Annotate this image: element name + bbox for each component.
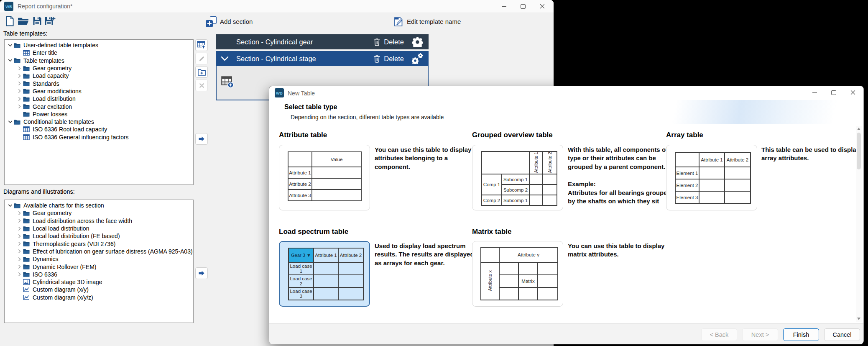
tree-item[interactable]: Load distribution across the face width: [5, 217, 193, 225]
tree-item[interactable]: Load capacity: [5, 72, 193, 79]
tree-item[interactable]: Custom diagram (x/y): [5, 286, 193, 293]
edit-table-template-button[interactable]: [195, 53, 208, 64]
scroll-up-icon[interactable]: [856, 126, 862, 132]
main-titlebar[interactable]: WB Report configuration*: [0, 0, 554, 13]
card-array-table[interactable]: Attribute 1Attribute 2 Element 1 Element…: [666, 145, 757, 210]
tree-item[interactable]: Table templates: [5, 57, 193, 64]
tree-item[interactable]: Dynamics: [5, 255, 193, 263]
chevron-right-icon[interactable]: [17, 66, 23, 71]
chevron-right-icon[interactable]: [17, 226, 23, 231]
minimize-button[interactable]: [805, 86, 824, 99]
cancel-button[interactable]: Cancel: [824, 328, 860, 341]
finish-button[interactable]: Finish: [783, 328, 819, 341]
tree-item[interactable]: Gear geometry: [5, 209, 193, 217]
tree-item[interactable]: Dynamic Rollover (FEM): [5, 263, 193, 270]
new-file-icon: [5, 16, 14, 26]
move-diagram-to-section-button[interactable]: [195, 267, 208, 279]
folder-icon: [23, 264, 30, 270]
tree-item[interactable]: Gear modifications: [5, 87, 193, 95]
chevron-right-icon[interactable]: [17, 81, 23, 86]
diagrams-tree[interactable]: Available charts for this section Gear g…: [4, 200, 194, 323]
scrollbar-thumb[interactable]: [857, 133, 861, 169]
app-icon: WB: [275, 88, 284, 97]
tree-item[interactable]: ISO 6336 Root load capacity: [5, 126, 193, 133]
close-button[interactable]: [843, 86, 863, 99]
gear-dropdown-cell: Gear 3 ▼: [288, 248, 314, 262]
section-cylindrical-gear[interactable]: Section - Cylindrical gear Delete: [216, 34, 429, 49]
chevron-down-icon[interactable]: [8, 120, 14, 124]
tree-item[interactable]: ISO 6336 General influencing factors: [5, 133, 193, 141]
chevron-down-icon[interactable]: [8, 58, 14, 63]
delete-template-button[interactable]: [195, 79, 208, 91]
card-matrix-table[interactable]: Attribute y Attribute x Matrix: [472, 241, 563, 307]
window-title: Report configuration*: [18, 0, 73, 13]
tree-item[interactable]: ISO 6336: [5, 271, 193, 278]
tree-item[interactable]: Conditional table templates: [5, 118, 193, 126]
chevron-right-icon[interactable]: [17, 234, 23, 238]
tree-item[interactable]: Load distribution: [5, 95, 193, 103]
new-template-button[interactable]: [3, 15, 16, 27]
drag-handle-icon[interactable]: [221, 38, 231, 46]
chevron-right-icon[interactable]: [17, 97, 23, 101]
tree-item[interactable]: Available charts for this section: [5, 202, 193, 209]
save-button[interactable]: [31, 15, 43, 27]
scroll-down-icon[interactable]: [856, 316, 862, 322]
chevron-down-icon[interactable]: [8, 43, 14, 48]
tree-item[interactable]: Power losses: [5, 110, 193, 118]
tree-item[interactable]: Enter title: [5, 49, 193, 56]
back-button[interactable]: < Back: [701, 328, 737, 341]
folder-icon: [23, 73, 30, 79]
chevron-right-icon[interactable]: [17, 257, 23, 261]
tree-item[interactable]: Thermoplastic gears (VDI 2736): [5, 240, 193, 247]
tree-item[interactable]: User-defined table templates: [5, 41, 193, 49]
delete-section-button[interactable]: Delete: [373, 38, 404, 46]
section-cylindrical-stage[interactable]: Section - Cylindrical stage Delete: [216, 51, 429, 66]
chevron-right-icon[interactable]: [17, 89, 23, 93]
add-section-button[interactable]: Add section: [206, 16, 253, 27]
tree-item[interactable]: Custom diagram (x/y/z): [5, 294, 193, 301]
maximize-button[interactable]: [824, 86, 843, 99]
chevron-right-icon[interactable]: [17, 241, 23, 246]
chevron-right-icon[interactable]: [17, 218, 23, 223]
card-attribute-table[interactable]: Value Attribute 1 Attribute 2 Attribute …: [279, 145, 370, 210]
edit-template-name-button[interactable]: Edit template name: [393, 16, 461, 27]
add-folder-button[interactable]: [195, 66, 208, 78]
chevron-right-icon[interactable]: [17, 272, 23, 277]
save-as-button[interactable]: [43, 15, 56, 27]
chevron-right-icon[interactable]: [17, 264, 23, 269]
add-table-dropzone[interactable]: [221, 76, 234, 90]
tree-item[interactable]: Cylindrical stage 3D image: [5, 278, 193, 286]
section-settings-button[interactable]: [411, 36, 424, 48]
card-load-spectrum-table-selected[interactable]: Gear 3 ▼ Attribute 1 Attribute 2 Load ca…: [279, 241, 370, 307]
close-button[interactable]: [533, 0, 552, 13]
delete-label: Delete: [384, 55, 404, 63]
chevron-right-icon[interactable]: [17, 74, 23, 78]
table-templates-tree[interactable]: User-defined table templates Enter title…: [4, 39, 194, 185]
chevron-right-icon[interactable]: [17, 104, 23, 109]
folder-icon: [23, 210, 30, 216]
delete-section-button[interactable]: Delete: [373, 54, 404, 63]
table-icon: [23, 134, 30, 140]
dialog-titlebar[interactable]: WB New Table: [269, 86, 863, 100]
open-folder-icon: [18, 17, 29, 26]
next-button[interactable]: Next >: [742, 328, 778, 341]
tree-item[interactable]: Gear excitation: [5, 103, 193, 110]
chevron-down-icon[interactable]: [8, 203, 14, 208]
chevron-right-icon[interactable]: [17, 249, 23, 254]
chevron-right-icon[interactable]: [17, 211, 23, 215]
move-table-to-section-button[interactable]: [195, 133, 208, 145]
new-table-template-button[interactable]: [195, 39, 208, 51]
card-grouped-overview-table[interactable]: Attribute 1 Attribute 2 Comp 1Subcomp 1 …: [472, 145, 563, 210]
tree-item[interactable]: Local load distribution: [5, 225, 193, 232]
open-template-button[interactable]: [17, 15, 29, 27]
dialog-scrollbar[interactable]: [856, 126, 862, 322]
collapse-chevron-icon[interactable]: [221, 56, 231, 61]
maximize-button[interactable]: [513, 0, 533, 13]
edit-document-icon: [393, 17, 403, 27]
tree-item[interactable]: Standards: [5, 79, 193, 87]
minimize-button[interactable]: [494, 0, 513, 13]
tree-item[interactable]: Local load distribution (FE based): [5, 232, 193, 240]
tree-item[interactable]: Gear geometry: [5, 64, 193, 72]
section-settings-button[interactable]: [411, 52, 424, 65]
tree-item[interactable]: Effect of lubrication on gear surface di…: [5, 248, 193, 255]
